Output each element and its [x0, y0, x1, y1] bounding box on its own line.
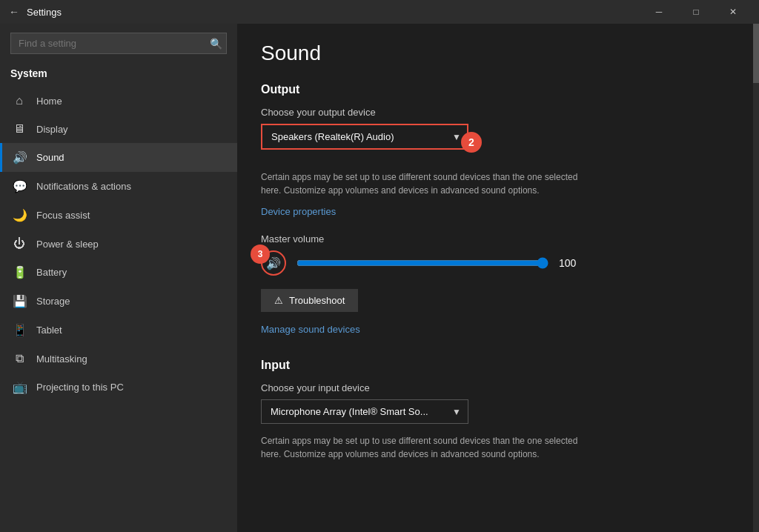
sidebar-item-multitasking[interactable]: ⧉ Multitasking: [0, 345, 237, 373]
input-section-title: Input: [261, 359, 729, 372]
choose-input-label: Choose your input device: [261, 382, 729, 393]
main-layout: 🔍 System ⌂ Home 🖥 Display 🔊 Sound 💬 Noti…: [0, 24, 759, 532]
output-section-title: Output: [261, 83, 729, 96]
titlebar: ← Settings ─ □ ✕: [0, 0, 759, 24]
sidebar-item-tablet[interactable]: 📱 Tablet: [0, 316, 237, 345]
close-button[interactable]: ✕: [716, 0, 750, 24]
sidebar-item-label: Tablet: [36, 325, 62, 336]
volume-slider-container: [296, 256, 548, 270]
back-button[interactable]: ←: [9, 6, 19, 18]
input-info-text: Certain apps may be set up to use differ…: [261, 434, 594, 461]
sidebar-item-label: Power & sleep: [36, 239, 99, 250]
master-volume-label: Master volume: [261, 233, 729, 245]
display-icon: 🖥: [13, 122, 26, 136]
manage-sound-devices-link[interactable]: Manage sound devices: [261, 324, 360, 335]
scrollbar-track[interactable]: [753, 24, 759, 532]
troubleshoot-label: Troubleshoot: [289, 295, 345, 306]
battery-icon: 🔋: [13, 265, 26, 279]
minimize-button[interactable]: ─: [642, 0, 676, 24]
sidebar-item-label: Projecting to this PC: [36, 382, 124, 393]
sidebar-item-storage[interactable]: 💾 Storage: [0, 287, 237, 316]
search-input[interactable]: [10, 33, 227, 54]
sidebar-item-focus-assist[interactable]: 🌙 Focus assist: [0, 201, 237, 230]
output-info-text: Certain apps may be set up to use differ…: [261, 170, 594, 197]
storage-icon: 💾: [13, 294, 26, 308]
sidebar-item-display[interactable]: 🖥 Display: [0, 115, 237, 143]
warning-icon: ⚠: [274, 295, 283, 306]
sidebar-item-projecting[interactable]: 📺 Projecting to this PC: [0, 373, 237, 402]
device-properties-link[interactable]: Device properties: [261, 206, 336, 217]
notifications-icon: 💬: [13, 179, 26, 193]
sidebar-item-label: Sound: [36, 152, 64, 163]
sidebar-item-label: Display: [36, 124, 68, 135]
sidebar-item-label: Home: [36, 96, 62, 107]
step-3-badge: 3: [251, 245, 270, 264]
system-label: System: [0, 63, 237, 87]
sidebar-item-label: Battery: [36, 267, 67, 278]
sidebar-item-label: Storage: [36, 296, 70, 307]
scrollbar-thumb[interactable]: [753, 24, 759, 83]
search-icon-button[interactable]: 🔍: [210, 38, 222, 50]
output-select-wrapper: Speakers (Realtek(R) Audio) ▼: [261, 124, 468, 150]
output-device-container: Speakers (Realtek(R) Audio) ▼ 2: [261, 124, 468, 160]
window-controls: ─ □ ✕: [642, 0, 750, 24]
tablet-icon: 📱: [13, 323, 26, 337]
maximize-button[interactable]: □: [679, 0, 713, 24]
content-area: Sound Output Choose your output device S…: [237, 24, 753, 532]
sidebar-item-sound[interactable]: 🔊 Sound: [0, 143, 237, 172]
volume-icon-wrap: 3 🔊: [261, 250, 286, 276]
input-section: Input Choose your input device Microphon…: [261, 359, 729, 461]
volume-value: 100: [559, 257, 581, 269]
sidebar-item-home[interactable]: ⌂ Home: [0, 87, 237, 115]
home-icon: ⌂: [13, 94, 26, 107]
page-title: Sound: [261, 41, 729, 65]
step-2-badge: 2: [461, 132, 482, 153]
power-icon: ⏻: [13, 237, 26, 250]
sidebar: 🔍 System ⌂ Home 🖥 Display 🔊 Sound 💬 Noti…: [0, 24, 237, 532]
sound-icon: 🔊: [13, 150, 26, 164]
input-select-wrapper: Microphone Array (Intel® Smart So... ▼: [261, 399, 468, 424]
window-title: Settings: [27, 7, 642, 18]
sidebar-item-notifications[interactable]: 💬 Notifications & actions: [0, 172, 237, 201]
output-section: Output Choose your output device Speaker…: [261, 83, 729, 347]
output-select-badge-wrap: Speakers (Realtek(R) Audio) ▼ 2: [261, 124, 468, 160]
volume-slider[interactable]: [296, 257, 548, 269]
search-container: 🔍: [0, 24, 237, 63]
focus-assist-icon: 🌙: [13, 208, 26, 222]
sidebar-item-label: Notifications & actions: [36, 181, 131, 192]
projecting-icon: 📺: [13, 380, 26, 394]
search-wrap: 🔍: [10, 33, 227, 54]
sidebar-item-label: Multitasking: [36, 353, 87, 365]
multitasking-icon: ⧉: [13, 352, 26, 365]
volume-row: 3 🔊 100: [261, 250, 729, 276]
troubleshoot-button[interactable]: ⚠ Troubleshoot: [261, 289, 358, 312]
output-device-select[interactable]: Speakers (Realtek(R) Audio): [261, 124, 468, 150]
sidebar-item-battery[interactable]: 🔋 Battery: [0, 258, 237, 287]
choose-output-label: Choose your output device: [261, 107, 729, 118]
sidebar-item-power-sleep[interactable]: ⏻ Power & sleep: [0, 230, 237, 258]
sidebar-item-label: Focus assist: [36, 210, 90, 221]
input-device-select[interactable]: Microphone Array (Intel® Smart So...: [261, 399, 468, 424]
